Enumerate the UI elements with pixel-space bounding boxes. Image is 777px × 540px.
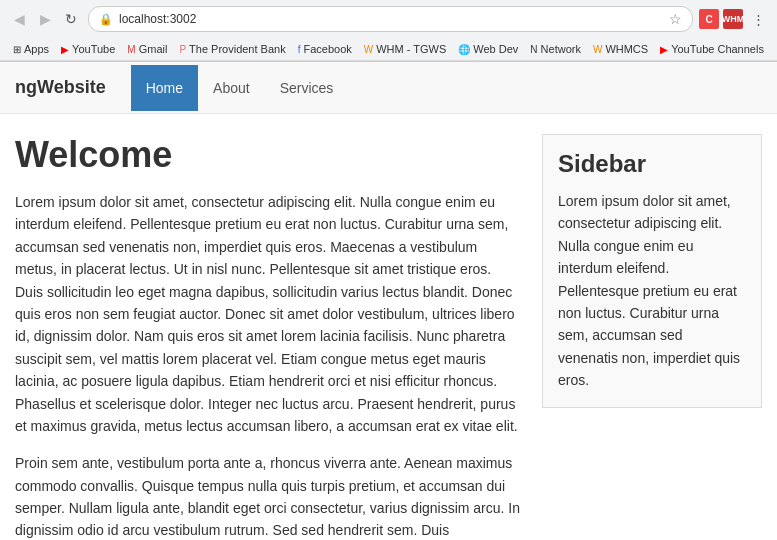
lock-icon: 🔒 — [99, 13, 113, 26]
bookmark-network[interactable]: N Network — [525, 41, 586, 57]
apps-icon: ⊞ — [13, 44, 21, 55]
sidebar-text: Lorem ipsum dolor sit amet, consectetur … — [558, 190, 746, 392]
bookmark-gmail-label: Gmail — [139, 43, 168, 55]
back-button[interactable]: ◀ — [8, 8, 30, 30]
extension-icon-1[interactable]: C — [699, 9, 719, 29]
page-heading: Welcome — [15, 134, 522, 176]
content-paragraph-1: Lorem ipsum dolor sit amet, consectetur … — [15, 191, 522, 437]
browser-icons: C WHM ⋮ — [699, 8, 769, 30]
nav-link-about[interactable]: About — [198, 65, 265, 111]
youtube-icon: ▶ — [61, 44, 69, 55]
nav-item-about[interactable]: About — [198, 65, 265, 111]
bookmark-yt-channels[interactable]: ▶ YouTube Channels — [655, 41, 769, 57]
content-area: Welcome Lorem ipsum dolor sit amet, cons… — [15, 134, 522, 540]
forward-button[interactable]: ▶ — [34, 8, 56, 30]
bookmark-whmcs-label: WHMCS — [605, 43, 648, 55]
network-icon: N — [530, 44, 537, 55]
bookmark-youtube[interactable]: ▶ YouTube — [56, 41, 120, 57]
navbar: ngWebsite Home About Services — [0, 62, 777, 114]
star-icon[interactable]: ☆ — [669, 11, 682, 27]
bookmark-gmail[interactable]: M Gmail — [122, 41, 172, 57]
whmcs-icon: W — [593, 44, 602, 55]
browser-chrome: ◀ ▶ ↻ 🔒 ☆ C WHM ⋮ ⊞ Apps ▶ YouTube M Gma… — [0, 0, 777, 62]
main-content: Welcome Lorem ipsum dolor sit amet, cons… — [0, 114, 777, 540]
bookmark-inspirations[interactable]: 📁 Inspirations — [771, 41, 777, 57]
bookmark-facebook-label: Facebook — [303, 43, 351, 55]
bookmark-network-label: Network — [541, 43, 581, 55]
gmail-icon: M — [127, 44, 135, 55]
bookmark-apps-label: Apps — [24, 43, 49, 55]
nav-link-services[interactable]: Services — [265, 65, 349, 111]
nav-item-home[interactable]: Home — [131, 65, 198, 111]
menu-button[interactable]: ⋮ — [747, 8, 769, 30]
content-paragraph-2: Proin sem ante, vestibulum porta ante a,… — [15, 452, 522, 540]
navbar-brand[interactable]: ngWebsite — [15, 62, 121, 113]
url-input[interactable] — [119, 12, 663, 26]
nav-item-services[interactable]: Services — [265, 65, 349, 111]
bookmark-provident[interactable]: P The Provident Bank — [174, 41, 290, 57]
yt-channels-icon: ▶ — [660, 44, 668, 55]
nav-links: Home About Services — [131, 65, 349, 111]
website: ngWebsite Home About Services Welcome Lo… — [0, 62, 777, 540]
bookmark-whm-label: WHM - TGWS — [376, 43, 446, 55]
bookmark-apps[interactable]: ⊞ Apps — [8, 41, 54, 57]
bookmark-facebook[interactable]: f Facebook — [293, 41, 357, 57]
nav-link-home[interactable]: Home — [131, 65, 198, 111]
bookmarks-bar: ⊞ Apps ▶ YouTube M Gmail P The Provident… — [0, 38, 777, 61]
bookmark-youtube-label: YouTube — [72, 43, 115, 55]
facebook-icon: f — [298, 44, 301, 55]
bookmark-webdev-label: Web Dev — [473, 43, 518, 55]
bookmark-webdev[interactable]: 🌐 Web Dev — [453, 41, 523, 57]
extension-icon-2[interactable]: WHM — [723, 9, 743, 29]
address-bar[interactable]: 🔒 ☆ — [88, 6, 693, 32]
reload-button[interactable]: ↻ — [60, 8, 82, 30]
bookmark-provident-label: The Provident Bank — [189, 43, 286, 55]
webdev-icon: 🌐 — [458, 44, 470, 55]
bookmark-whm[interactable]: W WHM - TGWS — [359, 41, 452, 57]
whm-icon: W — [364, 44, 373, 55]
nav-buttons: ◀ ▶ ↻ — [8, 8, 82, 30]
bookmark-yt-channels-label: YouTube Channels — [671, 43, 764, 55]
sidebar: Sidebar Lorem ipsum dolor sit amet, cons… — [542, 134, 762, 408]
bookmark-whmcs[interactable]: W WHMCS — [588, 41, 653, 57]
provident-icon: P — [179, 44, 186, 55]
sidebar-heading: Sidebar — [558, 150, 746, 178]
browser-toolbar: ◀ ▶ ↻ 🔒 ☆ C WHM ⋮ — [0, 0, 777, 38]
